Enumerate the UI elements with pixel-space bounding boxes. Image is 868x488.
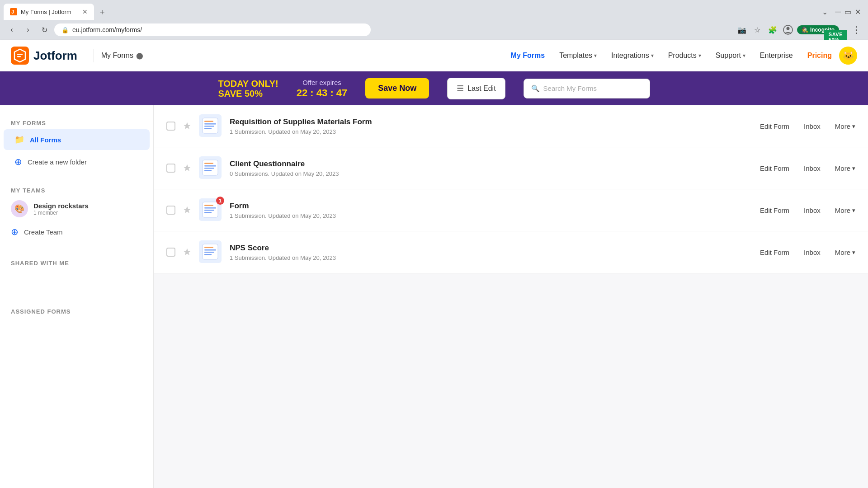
browser-tab[interactable]: J My Forms | Jotform ✕: [4, 4, 94, 20]
create-folder-button[interactable]: ⊕ Create a new folder: [4, 151, 150, 173]
form-meta: 1 Submission. Updated on May 20, 2023: [230, 254, 753, 261]
svg-rect-10: [204, 123, 216, 125]
form-icon: [199, 240, 222, 263]
my-forms-dropdown-trigger[interactable]: My Forms ⬤: [101, 52, 143, 60]
nav-chevron-templates: ▾: [594, 52, 597, 59]
main-navigation: My Forms Templates ▾ Integrations ▾ Prod…: [511, 52, 832, 60]
tab-close-button[interactable]: ✕: [82, 8, 88, 15]
url-text: eu.jotform.com/myforms/: [72, 26, 142, 33]
more-button[interactable]: More▾: [835, 206, 855, 214]
form-name: Client Questionnaire: [230, 160, 753, 169]
window-minimize-button[interactable]: ─: [835, 7, 841, 17]
all-forms-label: All Forms: [30, 136, 61, 144]
form-checkbox[interactable]: [166, 248, 175, 257]
form-star[interactable]: ★: [183, 204, 192, 216]
nav-item-enterprise[interactable]: Enterprise: [760, 52, 793, 60]
svg-rect-18: [204, 170, 212, 171]
forward-button[interactable]: ›: [22, 23, 34, 36]
inbox-button[interactable]: Inbox: [804, 206, 821, 214]
logo-area[interactable]: Jotform: [11, 47, 77, 65]
nav-item-integrations[interactable]: Integrations ▾: [611, 52, 654, 60]
nav-item-my-forms[interactable]: My Forms: [511, 52, 545, 60]
ssl-lock-icon: 🔒: [61, 27, 69, 33]
form-name: Requisition of Supplies Materials Form: [230, 117, 753, 127]
form-row: ★ 1 Form 1 Submission. Updated on May 20…: [154, 189, 868, 231]
last-edit-button[interactable]: ☰ Last Edit: [447, 78, 505, 99]
more-button[interactable]: More▾: [835, 122, 855, 130]
sidebar-team-item[interactable]: 🎨 Design rockstars 1 member: [0, 196, 153, 222]
tab-overflow-icon[interactable]: ⌄: [822, 8, 828, 16]
camera-icon[interactable]: 📷: [736, 23, 748, 36]
all-forms-icon: 📁: [14, 135, 24, 145]
sidebar: MY FORMS 📁 All Forms ⊕ Create a new fold…: [0, 105, 154, 488]
svg-rect-30: [204, 254, 212, 255]
user-avatar[interactable]: 🐱: [839, 47, 857, 65]
my-forms-dropdown-label: My Forms: [101, 52, 133, 60]
nav-item-templates[interactable]: Templates ▾: [559, 52, 597, 60]
svg-point-3: [787, 27, 790, 30]
inbox-button[interactable]: Inbox: [804, 249, 821, 256]
my-teams-section-title: MY TEAMS: [0, 183, 153, 196]
form-checkbox[interactable]: [166, 164, 175, 173]
window-close-button[interactable]: ✕: [855, 8, 861, 16]
team-name: Design rockstars: [33, 202, 89, 210]
svg-rect-12: [204, 128, 212, 129]
bookmark-icon[interactable]: ☆: [751, 23, 764, 36]
reload-button[interactable]: ↻: [38, 23, 51, 36]
form-icon: [199, 156, 222, 179]
create-team-button[interactable]: ⊕ Create Team: [0, 222, 153, 242]
nav-chevron-support: ▾: [743, 52, 745, 59]
my-forms-chevron-icon: ⬤: [136, 52, 143, 59]
form-checkbox[interactable]: [166, 206, 175, 215]
form-star[interactable]: ★: [183, 120, 192, 132]
nav-item-products[interactable]: Products ▾: [668, 52, 701, 60]
form-actions: Edit Form Inbox More▾: [760, 122, 855, 130]
assigned-section-title: ASSIGNED FORMS: [0, 305, 153, 317]
profile-icon[interactable]: [782, 23, 794, 36]
form-details: Form 1 Submission. Updated on May 20, 20…: [230, 202, 753, 219]
form-name: NPS Score: [230, 244, 753, 253]
my-forms-section-title: MY FORMS: [0, 116, 153, 128]
edit-form-button[interactable]: Edit Form: [760, 122, 789, 130]
inbox-button[interactable]: Inbox: [804, 122, 821, 130]
svg-rect-29: [204, 252, 214, 253]
form-actions: Edit Form Inbox More▾: [760, 249, 855, 256]
svg-rect-17: [204, 168, 214, 169]
form-star[interactable]: ★: [183, 162, 192, 174]
address-bar[interactable]: 🔒 eu.jotform.com/myforms/: [54, 23, 371, 36]
team-avatar: 🎨: [11, 200, 28, 217]
edit-form-button[interactable]: Edit Form: [760, 164, 789, 172]
nav-item-pricing[interactable]: Pricing: [807, 52, 832, 60]
form-icon-wrap: [199, 114, 222, 138]
window-maximize-button[interactable]: ▭: [844, 8, 851, 16]
edit-form-button[interactable]: Edit Form: [760, 249, 789, 256]
more-button[interactable]: More▾: [835, 249, 855, 256]
new-tab-button[interactable]: ＋: [96, 5, 108, 18]
create-folder-plus-icon: ⊕: [14, 156, 22, 167]
search-forms-input[interactable]: 🔍 Search My Forms: [524, 79, 650, 99]
banner-timer: 22 : 43 : 47: [297, 87, 348, 99]
svg-rect-9: [204, 121, 213, 122]
nav-chevron-integrations: ▾: [651, 52, 654, 59]
edit-form-button[interactable]: Edit Form: [760, 206, 789, 214]
inbox-button[interactable]: Inbox: [804, 164, 821, 172]
form-icon: [199, 114, 222, 137]
search-placeholder: Search My Forms: [543, 84, 597, 92]
nav-item-support[interactable]: Support ▾: [716, 52, 745, 60]
form-star[interactable]: ★: [183, 246, 192, 258]
form-icon-wrap: [199, 240, 222, 264]
more-chevron-icon: ▾: [852, 207, 855, 214]
form-checkbox[interactable]: [166, 122, 175, 131]
team-members: 1 member: [33, 210, 89, 216]
sidebar-item-all-forms[interactable]: 📁 All Forms: [4, 129, 150, 150]
back-button[interactable]: ‹: [5, 23, 18, 36]
more-button[interactable]: More▾: [835, 164, 855, 172]
form-meta: 1 Submission. Updated on May 20, 2023: [230, 212, 753, 219]
svg-rect-16: [204, 165, 216, 167]
search-icon: 🔍: [531, 84, 540, 93]
extensions-icon[interactable]: 🧩: [766, 23, 779, 36]
nav-label-enterprise: Enterprise: [760, 52, 793, 60]
more-options-icon[interactable]: ⋮: [850, 23, 863, 36]
last-edit-label: Last Edit: [467, 84, 495, 93]
save-now-button[interactable]: Save Now: [365, 78, 429, 99]
